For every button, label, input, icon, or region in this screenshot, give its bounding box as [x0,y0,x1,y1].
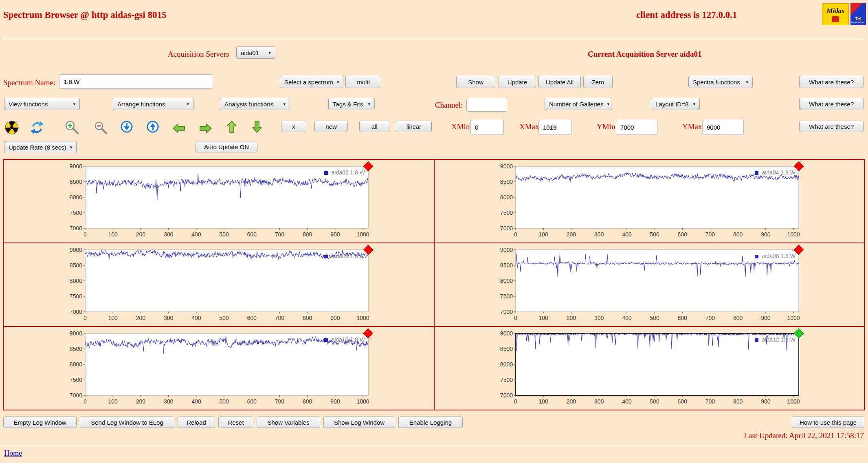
arrow-left-icon[interactable] [172,121,186,135]
show-button[interactable]: Show [456,76,495,88]
svg-text:aida02 1.8.W: aida02 1.8.W [332,169,365,176]
xmax-input[interactable] [538,120,572,134]
update-button[interactable]: Update [499,76,536,88]
svg-text:400: 400 [191,231,201,238]
spectrum-chart-aida02[interactable]: 7000750080008500900001002003004005006007… [62,161,376,242]
spectra-functions-value: Spectra functions [693,79,740,86]
svg-text:800: 800 [303,398,312,405]
zoom-out-icon[interactable] [94,121,108,135]
analysis-functions-value: Analysis functions [224,101,273,108]
svg-text:7500: 7500 [500,377,513,383]
svg-text:7500: 7500 [500,293,513,300]
chevron-down-icon: ▾ [73,101,75,107]
arrange-functions-dropdown[interactable]: Arrange functions▾ [113,98,193,110]
home-link[interactable]: Home [4,449,22,458]
all-button[interactable]: all [359,121,389,132]
zoom-in-icon[interactable] [64,120,80,135]
svg-text:100: 100 [108,231,118,238]
what-are-these-button-2[interactable]: What are these? [799,98,864,110]
svg-text:0: 0 [84,231,87,238]
enable-logging-button[interactable]: Enable Logging [398,417,463,428]
svg-text:200: 200 [136,398,146,405]
svg-text:500: 500 [220,398,229,405]
send-log-to-elog-button[interactable]: Send Log Window to ELog [80,417,174,428]
spectrum-name-input[interactable] [59,74,213,89]
spectrum-chart-aida06[interactable]: 7000750080008500900001002003004005006007… [62,244,376,326]
svg-text:8000: 8000 [70,361,82,368]
view-functions-dropdown[interactable]: View functions▾ [4,98,80,110]
svg-text:300: 300 [594,231,604,238]
what-are-these-button-1[interactable]: What are these? [799,76,864,88]
how-to-use-button[interactable]: How to use this page [792,417,864,428]
scroll-up-icon[interactable] [146,120,160,134]
number-of-galleries-dropdown[interactable]: Number of Galleries▾ [545,98,611,110]
spectrum-chart-aida12[interactable]: 7000750080008500900001002003004005006007… [492,328,806,409]
zero-button[interactable]: Zero [583,76,613,88]
arrow-right-icon[interactable] [199,121,213,135]
svg-text:9000: 9000 [500,247,513,253]
svg-text:900: 900 [761,315,771,321]
svg-text:1000: 1000 [787,315,800,321]
layout-id-dropdown[interactable]: Layout ID=8▾ [651,98,700,110]
scroll-down-icon[interactable] [120,120,134,134]
reset-button[interactable]: Reset [218,417,253,428]
spectrum-chart-aida08[interactable]: 7000750080008500900001002003004005006007… [492,244,806,326]
gallery-cell-aida04[interactable]: 7000750080008500900001002003004005006007… [434,159,865,243]
number-of-galleries-value: Number of Galleries [549,101,603,108]
svg-text:7000: 7000 [500,225,513,232]
svg-text:9000: 9000 [70,247,82,253]
x-button[interactable]: x [281,121,306,132]
xmin-input[interactable] [470,120,504,134]
xmax-label: XMax [519,122,539,131]
arrow-down-icon[interactable] [250,120,264,134]
linear-button[interactable]: linear [396,121,432,132]
analysis-functions-dropdown[interactable]: Analysis functions▾ [220,98,290,110]
show-variables-button[interactable]: Show Variables [257,417,320,428]
spectra-functions-dropdown[interactable]: Spectra functions▾ [688,76,753,88]
ymin-label: YMin [597,122,615,131]
gallery-cell-aida06[interactable]: 7000750080008500900001002003004005006007… [4,243,434,326]
gallery-cell-aida08[interactable]: 7000750080008500900001002003004005006007… [434,243,865,326]
empty-log-window-button[interactable]: Empty Log Window [3,417,77,428]
radiation-icon[interactable] [5,121,19,134]
client-address: client address is 127.0.0.1 [636,10,737,20]
spectrum-chart-aida04[interactable]: 7000750080008500900001002003004005006007… [492,161,806,242]
new-button[interactable]: new [314,121,348,132]
arrange-functions-value: Arrange functions [117,101,165,108]
tags-fits-value: Tags & Fits [333,101,363,108]
tags-fits-dropdown[interactable]: Tags & Fits▾ [328,98,375,110]
update-all-button[interactable]: Update All [538,76,581,88]
channel-label: Channel: [435,101,463,110]
svg-text:200: 200 [136,315,146,321]
svg-text:9000: 9000 [500,330,513,337]
gallery-cell-aida12[interactable]: 7000750080008500900001002003004005006007… [434,326,865,410]
chevron-down-icon: ▾ [283,101,286,107]
svg-text:100: 100 [538,398,548,405]
auto-update-button[interactable]: Auto Update ON [196,141,257,152]
svg-text:8500: 8500 [70,179,82,185]
refresh-icon[interactable] [30,121,44,134]
gallery-cell-aida10[interactable]: 7000750080008500900001002003004005006007… [4,326,434,410]
svg-text:400: 400 [622,398,632,405]
acquisition-server-select[interactable]: aida01▾ [236,46,275,59]
show-log-window-button[interactable]: Show Log Window [323,417,395,428]
chevron-down-icon: ▾ [187,101,189,107]
spectrum-chart-aida10[interactable]: 7000750080008500900001002003004005006007… [62,328,376,409]
ymin-input[interactable] [616,120,657,134]
svg-text:500: 500 [220,231,229,238]
arrow-up-icon[interactable] [225,120,239,134]
chevron-down-icon: ▾ [607,101,609,107]
svg-text:1000: 1000 [357,315,369,321]
ymax-input[interactable] [702,120,744,134]
svg-text:0: 0 [84,398,87,405]
multi-button[interactable]: multi [345,76,381,88]
update-rate-dropdown[interactable]: Update Rate (8 secs)▾ [4,141,77,153]
channel-input[interactable] [466,98,507,112]
what-are-these-button-3[interactable]: What are these? [799,121,864,132]
tcl-powered-logo: Tcl POWERED [850,3,866,25]
svg-text:900: 900 [330,231,340,238]
select-spectrum-dropdown[interactable]: Select a spectrum▾ [280,76,343,88]
reload-button[interactable]: Reload [178,417,215,428]
svg-text:800: 800 [733,315,743,321]
gallery-cell-aida02[interactable]: 7000750080008500900001002003004005006007… [4,159,434,243]
